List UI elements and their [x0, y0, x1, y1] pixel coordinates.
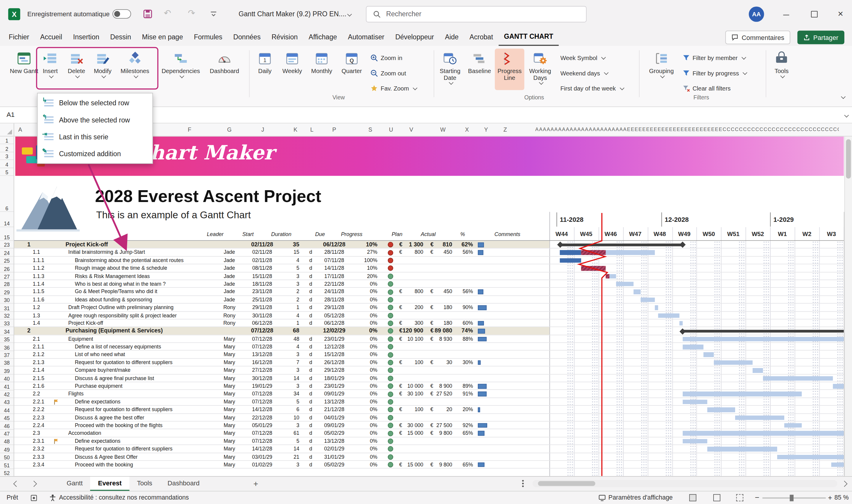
sheet-tab[interactable]: Tools [129, 477, 160, 491]
table-row[interactable]: 1Project Kick-off02/11/283506/12/2810%€1… [14, 241, 844, 249]
gantt-bar-plan[interactable] [658, 313, 679, 318]
cell-plan[interactable]: 100 [400, 359, 423, 366]
cell-due[interactable]: 02/01/29 [318, 445, 350, 452]
row-header[interactable]: 35 [0, 335, 14, 343]
row-header[interactable]: 41 [0, 382, 14, 391]
zoom-out-control[interactable]: − [755, 491, 759, 504]
cell-duration[interactable]: 5 [277, 437, 300, 445]
cell-progress[interactable]: 0% [356, 406, 378, 413]
cell-wbs[interactable]: 1.1.1 [33, 256, 44, 264]
cell-progress[interactable]: 100% [356, 256, 378, 264]
cell-start[interactable]: 07/12/28 [246, 430, 279, 437]
table-row[interactable]: 2.2.3Discuss & agree the best offerMary2… [14, 414, 844, 422]
baseline-button[interactable]: Baseline [465, 49, 494, 90]
modify-button[interactable]: Modify [91, 49, 114, 90]
cell-progress[interactable]: 0% [356, 359, 378, 366]
cell-plan[interactable]: 15 000 [400, 461, 423, 468]
cell-actual[interactable]: 180 [433, 304, 452, 311]
row-header[interactable]: 29 [0, 288, 14, 296]
ribbon-tab[interactable]: Révision [266, 29, 303, 45]
grouping-button[interactable]: Grouping [647, 49, 676, 90]
gantt-bar-plan[interactable] [753, 368, 763, 373]
cell-duration[interactable]: 5 [277, 265, 300, 272]
row-header[interactable]: 44 [0, 406, 14, 414]
sheet-menu-icon[interactable] [522, 480, 524, 482]
cell-leader[interactable]: Mary [213, 461, 246, 468]
cell-task[interactable]: Purchase equipment [75, 382, 123, 390]
row-header[interactable]: 14 [0, 212, 14, 227]
cell-leader[interactable]: Mary [213, 335, 246, 342]
scrollbar-thumb[interactable] [538, 481, 595, 486]
cell-due[interactable]: 09/01/29 [318, 390, 350, 397]
cell-task[interactable]: Proceed with the booking of the flights [75, 421, 162, 429]
cell-task[interactable]: Who is best at doing what in the team ? [75, 280, 166, 288]
row-header[interactable]: 33 [0, 320, 14, 327]
cell-actual[interactable]: 8 900 [433, 382, 452, 390]
row-header[interactable]: 34 [0, 327, 14, 336]
gantt-bar-plan[interactable] [714, 360, 753, 365]
table-row[interactable]: 1.1.5Go & Meet People/Teams who did itJa… [14, 288, 844, 296]
quarter-button[interactable]: Q Quarter [338, 49, 366, 90]
gantt-summary-bar[interactable] [683, 330, 844, 332]
cell-start[interactable]: 22/12/28 [246, 414, 279, 421]
cell-duration[interactable]: 3 [277, 421, 300, 429]
ribbon-tab[interactable]: Développeur [390, 29, 440, 45]
cell-start[interactable]: 30/12/28 [246, 375, 279, 382]
share-button[interactable]: Partager [797, 31, 844, 44]
cell-start[interactable]: 02/11/28 [246, 256, 279, 264]
cell-leader[interactable]: Mary [213, 421, 246, 429]
cell-plan[interactable]: 800 [400, 249, 423, 256]
cell-plan[interactable]: 1 300 [400, 241, 423, 248]
save-icon[interactable] [143, 9, 152, 18]
cell-wbs[interactable]: 2.1.3 [33, 359, 44, 366]
cell-start[interactable]: 02/11/28 [246, 249, 279, 256]
zoom-slider-thumb[interactable] [790, 495, 794, 501]
cell-due[interactable]: 13/12/28 [318, 437, 350, 445]
cell-due[interactable]: 06/12/28 [318, 241, 350, 248]
cell-due[interactable]: 17/11/28 [318, 272, 350, 280]
column-header[interactable]: S [368, 123, 372, 136]
cell-start[interactable]: 30/11/28 [246, 311, 279, 319]
gantt-bar-plan[interactable] [640, 298, 655, 302]
cell-duration[interactable]: 61 [277, 430, 300, 437]
macro-record-icon[interactable] [31, 495, 37, 501]
gantt-bar-plan[interactable] [683, 400, 707, 404]
cell-start[interactable]: 27/12/28 [246, 366, 279, 374]
scrollbar-thumb[interactable] [846, 139, 851, 179]
cell-wbs[interactable]: 2.2.1 [33, 398, 44, 406]
table-row[interactable]: 2.1.6Purchase equipmentMary19/01/293d23/… [14, 382, 844, 390]
cell-pct[interactable]: 30% [456, 359, 473, 366]
cell-duration[interactable]: 15 [277, 249, 300, 256]
cell-leader[interactable]: Jade [213, 280, 246, 288]
table-row[interactable]: 2.2.2Request for quotation to different … [14, 406, 844, 414]
cell-pct[interactable]: 65% [456, 461, 473, 468]
cell-due[interactable]: 31/01/29 [318, 453, 350, 460]
new-gantt-button[interactable]: New Gantt [9, 49, 39, 90]
cell-due[interactable]: 18/01/29 [318, 375, 350, 382]
cell-task[interactable]: Flights [68, 390, 84, 397]
page-layout-view-icon[interactable] [713, 494, 720, 501]
cell-due[interactable]: 09/01/29 [318, 421, 350, 429]
cell-task[interactable]: Define expectations [75, 398, 121, 406]
row-header[interactable]: 28 [0, 280, 14, 288]
cell-due[interactable]: 29/12/28 [318, 366, 350, 374]
row-header[interactable]: 36 [0, 343, 14, 351]
cell-leader[interactable]: Jade [213, 272, 246, 280]
cell-plan[interactable]: 800 [400, 288, 423, 295]
cell-progress[interactable]: 0% [356, 351, 378, 358]
cell-actual[interactable]: 20 [433, 406, 452, 413]
cell-task[interactable]: Go & Meet People/Teams who did it [75, 288, 157, 295]
cell-start[interactable]: 07/12/28 [246, 398, 279, 406]
cell-leader[interactable]: Mary [213, 437, 246, 445]
cell-progress[interactable]: 27% [356, 249, 378, 256]
cell-wbs[interactable]: 2.3.4 [33, 461, 44, 468]
search-input[interactable]: Rechercher [366, 6, 587, 22]
ribbon-tab[interactable]: Affichage [303, 29, 343, 45]
cell-pct[interactable]: 89% [456, 382, 473, 390]
cell-leader[interactable]: Mary [213, 406, 246, 413]
row-header[interactable]: 48 [0, 437, 14, 446]
ribbon-tab[interactable]: Automatiser [343, 29, 390, 45]
cell-wbs[interactable]: 2 [27, 327, 31, 335]
ribbon-tab[interactable]: Mise en page [137, 29, 189, 45]
row-header[interactable]: 15 [0, 227, 14, 241]
